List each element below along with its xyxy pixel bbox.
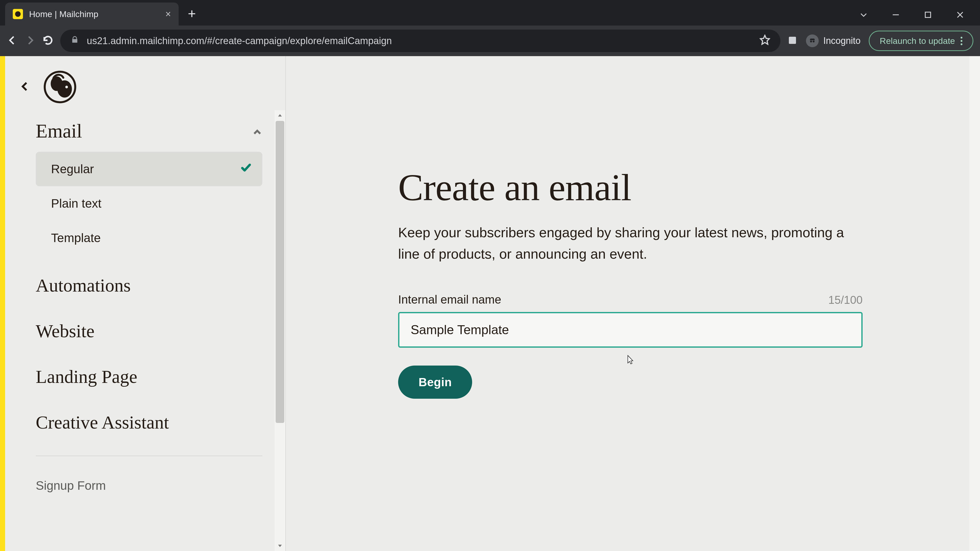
sidebar-email-items: Regular Plain text Template	[36, 149, 262, 263]
forward-button-icon	[24, 35, 36, 47]
sidebar-item-signup-form[interactable]: Signup Form	[36, 466, 262, 505]
url-text: us21.admin.mailchimp.com/#/create-campai…	[87, 35, 752, 46]
page-subtitle: Keep your subscribers engaged by sharing…	[398, 222, 862, 265]
check-icon	[240, 162, 251, 176]
sidebar-group-creative-assistant[interactable]: Creative Assistant	[36, 400, 262, 445]
page-viewport: Email Regular Plain text Template	[0, 56, 980, 551]
extensions-icon[interactable]	[787, 35, 798, 47]
sidebar: Email Regular Plain text Template	[5, 56, 286, 551]
sidebar-group-label: Landing Page	[36, 366, 137, 387]
sidebar-group-label: Email	[36, 120, 82, 142]
reload-icon[interactable]	[42, 35, 54, 47]
relaunch-label: Relaunch to update	[880, 36, 955, 46]
svg-point-11	[57, 80, 72, 98]
bookmark-star-icon[interactable]	[759, 35, 770, 48]
svg-rect-2	[925, 12, 931, 17]
new-tab-button[interactable]: +	[179, 6, 205, 25]
svg-marker-5	[760, 35, 769, 44]
more-menu-icon[interactable]	[961, 37, 963, 45]
minimize-icon[interactable]	[891, 10, 900, 21]
relaunch-button[interactable]: Relaunch to update	[869, 30, 974, 51]
incognito-icon	[806, 35, 819, 47]
sidebar-group-label: Creative Assistant	[36, 412, 169, 433]
close-tab-icon[interactable]: ×	[165, 9, 171, 19]
incognito-indicator[interactable]: Incognito	[806, 35, 861, 47]
mouse-cursor-icon	[625, 354, 635, 365]
sidebar-group-label: Website	[36, 321, 94, 342]
page-title: Create an email	[398, 166, 939, 209]
sidebar-divider	[36, 456, 262, 456]
sidebar-back-icon[interactable]	[19, 81, 30, 93]
main-content: Create an email Keep your subscribers en…	[286, 56, 980, 551]
sidebar-item-label: Regular	[51, 162, 94, 176]
svg-point-7	[810, 41, 812, 43]
svg-rect-6	[789, 37, 796, 44]
chevron-up-icon	[252, 120, 262, 142]
sidebar-item-template[interactable]: Template	[36, 221, 262, 255]
main-scrollbar[interactable]	[969, 56, 980, 551]
field-label: Internal email name	[398, 292, 501, 306]
maximize-icon[interactable]	[923, 10, 932, 21]
incognito-label: Incognito	[823, 35, 861, 46]
browser-tab[interactable]: Home | Mailchimp ×	[5, 3, 179, 25]
sidebar-item-plain-text[interactable]: Plain text	[36, 186, 262, 221]
url-field[interactable]: us21.admin.mailchimp.com/#/create-campai…	[60, 30, 780, 52]
svg-point-12	[65, 86, 68, 88]
tab-strip: Home | Mailchimp × +	[0, 0, 980, 25]
lock-icon	[70, 35, 79, 46]
sidebar-item-label: Plain text	[51, 197, 101, 210]
tab-search-and-window-controls	[859, 10, 980, 25]
tabs-dropdown-icon[interactable]	[859, 10, 868, 21]
sidebar-item-label: Template	[51, 231, 101, 245]
svg-point-8	[813, 41, 815, 43]
sidebar-group-website[interactable]: Website	[36, 308, 262, 354]
begin-button[interactable]: Begin	[398, 365, 472, 399]
sidebar-item-label: Signup Form	[36, 478, 106, 492]
internal-email-name-input[interactable]	[398, 312, 862, 348]
sidebar-group-landing-page[interactable]: Landing Page	[36, 354, 262, 400]
mailchimp-favicon	[13, 9, 23, 19]
brand-accent-stripe	[0, 56, 5, 551]
svg-point-0	[15, 11, 21, 17]
mailchimp-logo[interactable]	[43, 70, 76, 103]
back-button-icon[interactable]	[6, 35, 18, 47]
browser-window: Home | Mailchimp × + us21.admin.mailchim…	[0, 0, 980, 551]
tab-title: Home | Mailchimp	[29, 9, 159, 19]
sidebar-group-label: Automations	[36, 275, 130, 296]
char-count: 15/100	[828, 294, 862, 306]
close-window-icon[interactable]	[956, 10, 965, 21]
sidebar-group-email[interactable]: Email	[36, 113, 262, 149]
sidebar-group-automations[interactable]: Automations	[36, 263, 262, 308]
address-bar: us21.admin.mailchimp.com/#/create-campai…	[0, 25, 980, 56]
sidebar-item-regular[interactable]: Regular	[36, 152, 262, 186]
